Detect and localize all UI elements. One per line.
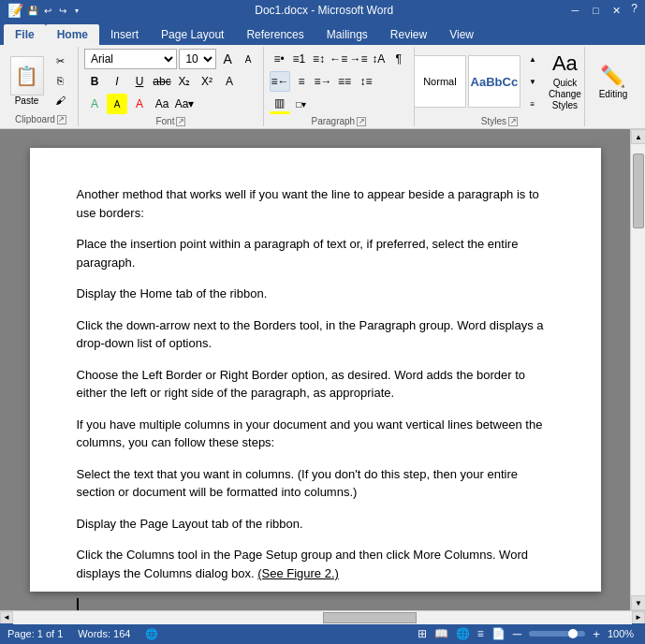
tab-home[interactable]: Home [46, 24, 99, 45]
tab-page-layout[interactable]: Page Layout [150, 24, 235, 45]
increase-indent-button[interactable]: →≡ [349, 49, 368, 69]
quick-access-dropdown[interactable]: ▾ [71, 2, 82, 19]
paragraph-3: Display the Home tab of the ribbon. [77, 285, 554, 303]
zoom-thumb[interactable] [568, 629, 578, 638]
styles-expand-icon[interactable]: ↗ [508, 117, 518, 126]
font-name-select[interactable]: Arial [84, 49, 177, 69]
text-effect-button[interactable]: A [84, 94, 105, 114]
styles-scroll-down[interactable]: ▼ [522, 71, 543, 92]
view-draft-button[interactable]: 📄 [491, 627, 506, 640]
tab-mailings[interactable]: Mailings [315, 24, 379, 45]
quick-access-redo[interactable]: ↪ [57, 2, 68, 19]
status-right: ⊞ 📖 🌐 ≡ 📄 ─ + 100% [418, 627, 638, 641]
quick-change-styles-label: QuickChangeStyles [549, 78, 581, 111]
multilevel-button[interactable]: ≡↕ [309, 49, 328, 69]
zoom-in-button[interactable]: + [593, 627, 600, 641]
format-painter-button[interactable]: 🖌 [48, 91, 74, 110]
page-count: Page: 1 of 1 [7, 628, 63, 640]
editing-button[interactable]: ✏️ Editing [594, 49, 634, 114]
window-title: Doc1.docx - Microsoft Word [82, 4, 565, 17]
quick-access-undo[interactable]: ↩ [42, 2, 53, 19]
zoom-slider[interactable] [529, 631, 585, 637]
language-icon[interactable]: 🌐 [145, 628, 158, 640]
font-size-select[interactable]: 10 11 12 [179, 49, 216, 69]
borders-button[interactable]: □▾ [291, 94, 312, 114]
show-formatting-button[interactable]: ¶ [388, 49, 407, 69]
font-dialog-button[interactable]: Aa [152, 94, 172, 114]
grow-font-button[interactable]: A [218, 49, 237, 69]
h-scroll-track[interactable] [13, 611, 632, 624]
underline-button[interactable]: U [129, 71, 150, 92]
view-normal-button[interactable]: ⊞ [418, 627, 427, 640]
horizontal-scrollbar[interactable]: ◄ ► [0, 610, 645, 623]
maximize-button[interactable]: □ [586, 2, 605, 19]
clipboard-expand-icon[interactable]: ↗ [57, 115, 66, 124]
font-expand-icon[interactable]: ↗ [176, 117, 185, 126]
h-scroll-thumb[interactable] [323, 612, 417, 623]
help-icon[interactable]: ? [631, 2, 638, 19]
editing-label: Editing [599, 89, 628, 99]
center-button[interactable]: ≡ [291, 71, 312, 92]
style-heading1[interactable]: AaBbCc [468, 55, 520, 108]
paste-button[interactable]: 📋 Paste [8, 54, 46, 108]
tab-references[interactable]: References [235, 24, 315, 45]
sort-button[interactable]: ↕A [369, 49, 388, 69]
vertical-scrollbar[interactable]: ▲ ▼ [630, 129, 645, 610]
numbering-button[interactable]: ≡1 [289, 49, 308, 69]
line-spacing-button[interactable]: ↕≡ [356, 71, 376, 92]
zoom-out-button[interactable]: ─ [513, 627, 521, 641]
scroll-track[interactable] [631, 144, 645, 595]
tab-file[interactable]: File [4, 24, 46, 45]
paragraph-expand-icon[interactable]: ↗ [357, 117, 366, 126]
view-web-button[interactable]: 🌐 [456, 627, 470, 640]
editing-icon: ✏️ [600, 65, 625, 89]
close-button[interactable]: ✕ [607, 2, 625, 19]
scroll-thumb[interactable] [633, 154, 644, 228]
text-cursor [77, 598, 79, 610]
scroll-left-button[interactable]: ◄ [0, 611, 13, 624]
doc-scroll-area[interactable]: Another method that works well if you wa… [0, 129, 630, 610]
paragraph-4: Click the down-arrow next to the Borders… [77, 316, 554, 353]
scroll-down-button[interactable]: ▼ [631, 595, 645, 610]
ribbon: 📋 Paste ✂ ⎘ 🖌 Clipboard ↗ Arial [0, 45, 645, 129]
subscript-button[interactable]: X₂ [174, 71, 195, 92]
bold-button[interactable]: B [84, 71, 105, 92]
content-area: Another method that works well if you wa… [0, 129, 645, 610]
quick-change-styles-button[interactable]: Aa QuickChangeStyles [545, 49, 585, 114]
view-reader-button[interactable]: 📖 [434, 627, 448, 640]
tab-review[interactable]: Review [379, 24, 438, 45]
ribbon-group-styles: Normal AaBbCc ▲ ▼ ≡ Aa QuickChangeStyles… [415, 47, 585, 126]
decrease-indent-button[interactable]: ←≡ [330, 49, 348, 69]
clipboard-actions: ✂ ⎘ 🖌 [48, 51, 74, 110]
paragraph-8: Display the Page Layout tab of the ribbo… [77, 515, 554, 534]
zoom-level[interactable]: 100% [608, 628, 638, 639]
styles-more[interactable]: ≡ [522, 94, 543, 114]
cut-button[interactable]: ✂ [48, 51, 74, 70]
justify-button[interactable]: ≡≡ [334, 71, 355, 92]
see-figure-link[interactable]: (See Figure 2.) [257, 566, 339, 580]
minimize-button[interactable]: ─ [565, 2, 584, 19]
clear-format-button[interactable]: A [219, 71, 240, 92]
italic-button[interactable]: I [107, 71, 127, 92]
highlight-button[interactable]: A [107, 94, 127, 114]
quick-access-save[interactable]: 💾 [27, 2, 38, 19]
cursor-paragraph [77, 595, 554, 610]
change-case-button[interactable]: Aa▾ [174, 94, 195, 114]
style-normal[interactable]: Normal [414, 55, 466, 108]
font-color-button[interactable]: A [129, 94, 150, 114]
bullets-button[interactable]: ≡• [270, 49, 288, 69]
scroll-right-button[interactable]: ► [632, 611, 645, 624]
tab-view[interactable]: View [438, 24, 485, 45]
align-left-button[interactable]: ≡← [270, 71, 290, 92]
strikethrough-button[interactable]: abc [152, 71, 172, 92]
scroll-up-button[interactable]: ▲ [631, 129, 645, 144]
superscript-button[interactable]: X² [197, 71, 217, 92]
view-outline-button[interactable]: ≡ [477, 627, 484, 640]
tab-insert[interactable]: Insert [99, 24, 150, 45]
styles-scroll-up[interactable]: ▲ [522, 49, 543, 69]
copy-button[interactable]: ⎘ [48, 71, 74, 90]
align-right-button[interactable]: ≡→ [313, 71, 333, 92]
paragraph-controls: ≡• ≡1 ≡↕ ←≡ →≡ ↕A ¶ ≡← ≡ ≡→ ≡≡ ↕≡ ▥ [270, 49, 408, 114]
shading-button[interactable]: ▥ [270, 94, 290, 114]
shrink-font-button[interactable]: A [239, 49, 257, 69]
